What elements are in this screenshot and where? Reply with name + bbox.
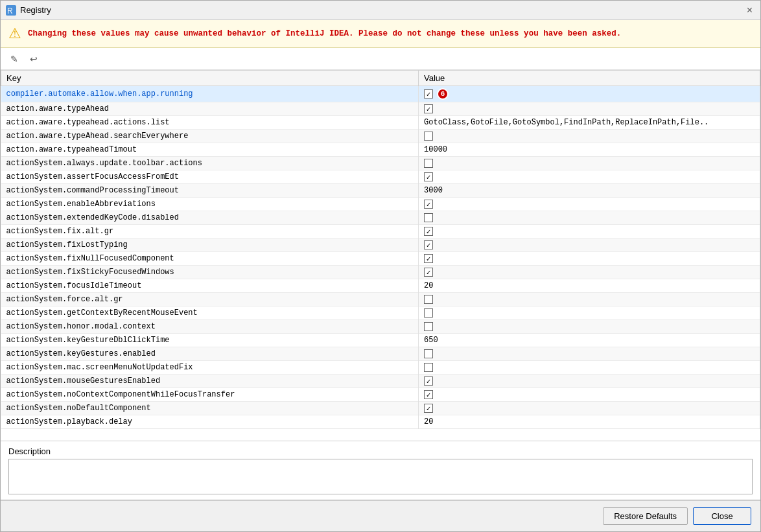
table-row[interactable]: actionSystem.extendedKeyCode.disabled — [1, 211, 760, 225]
checkbox[interactable] — [424, 227, 433, 236]
table-row[interactable]: actionSystem.fixStickyFocusedWindows — [1, 266, 760, 279]
value-cell — [419, 198, 760, 211]
key-cell: actionSystem.fix.alt.gr — [1, 225, 419, 238]
close-dialog-button[interactable]: Close — [693, 507, 751, 525]
value-cell — [419, 388, 760, 402]
close-button[interactable]: × — [744, 5, 755, 16]
revert-button[interactable]: ↩ — [25, 51, 42, 67]
value-cell — [419, 130, 760, 143]
registry-table-container[interactable]: Key Value compiler.automake.allow.when.a… — [1, 70, 760, 441]
table-row[interactable]: actionSystem.keyGestureDblClickTime650 — [1, 334, 760, 347]
registry-icon: R — [6, 5, 16, 16]
checkbox[interactable] — [424, 376, 433, 386]
checkbox[interactable] — [424, 240, 433, 249]
table-row[interactable]: actionSystem.always.update.toolbar.actio… — [1, 157, 760, 170]
value-cell — [419, 170, 760, 184]
warning-text: Changing these values may cause unwanted… — [28, 29, 621, 38]
table-row[interactable]: actionSystem.noContextComponentWhileFocu… — [1, 388, 760, 402]
table-row[interactable]: action.aware.typeahead.actions.listGotoC… — [1, 116, 760, 130]
table-row[interactable]: actionSystem.commandProcessingTimeout300… — [1, 184, 760, 198]
title-bar: R Registry × — [1, 1, 760, 20]
registry-table: Key Value compiler.automake.allow.when.a… — [1, 70, 760, 429]
value-cell — [419, 375, 760, 388]
value-text: 650 — [424, 336, 438, 345]
table-row[interactable]: actionSystem.enableAbbreviations — [1, 198, 760, 211]
value-cell — [419, 252, 760, 266]
key-cell: actionSystem.honor.modal.context — [1, 320, 419, 334]
table-row[interactable]: actionSystem.focusIdleTimeout20 — [1, 279, 760, 293]
checkbox[interactable] — [424, 200, 433, 209]
key-cell: actionSystem.noDefaultComponent — [1, 402, 419, 415]
badge: 6 — [437, 88, 449, 100]
value-cell: 650 — [419, 334, 760, 347]
checkbox[interactable] — [424, 363, 433, 372]
checkbox[interactable] — [424, 390, 433, 399]
value-cell — [419, 402, 760, 415]
table-row[interactable]: actionSystem.noDefaultComponent — [1, 402, 760, 415]
col-value-header: Value — [419, 71, 760, 86]
table-row[interactable]: actionSystem.assertFocusAccessFromEdt — [1, 170, 760, 184]
table-row[interactable]: actionSystem.honor.modal.context — [1, 320, 760, 334]
table-row[interactable]: actionSystem.force.alt.gr — [1, 293, 760, 306]
warning-bar: ⚠ Changing these values may cause unwant… — [1, 20, 760, 48]
value-cell — [419, 211, 760, 225]
key-cell: actionSystem.extendedKeyCode.disabled — [1, 211, 419, 225]
key-cell: actionSystem.assertFocusAccessFromEdt — [1, 170, 419, 184]
key-cell: actionSystem.focusIdleTimeout — [1, 279, 419, 293]
checkbox[interactable] — [424, 104, 433, 113]
key-cell: actionSystem.getContextByRecentMouseEven… — [1, 306, 419, 320]
checkbox[interactable] — [424, 159, 433, 168]
value-cell — [419, 157, 760, 170]
key-cell: actionSystem.fixLostTyping — [1, 238, 419, 252]
key-cell: action.aware.typeahead.actions.list — [1, 116, 419, 130]
value-text: 10000 — [424, 145, 447, 154]
button-bar: Restore Defaults Close — [1, 500, 760, 531]
checkbox[interactable] — [424, 404, 433, 413]
key-cell: actionSystem.playback.delay — [1, 415, 419, 429]
checkbox[interactable] — [424, 132, 433, 141]
key-link[interactable]: compiler.automake.allow.when.app.running — [6, 89, 193, 98]
value-cell: 10000 — [419, 143, 760, 157]
key-cell: action.aware.typeaheadTimout — [1, 143, 419, 157]
svg-text:R: R — [7, 6, 13, 16]
restore-defaults-button[interactable]: Restore Defaults — [603, 507, 688, 525]
checkbox[interactable] — [424, 349, 433, 358]
key-cell: actionSystem.force.alt.gr — [1, 293, 419, 306]
table-row[interactable]: actionSystem.getContextByRecentMouseEven… — [1, 306, 760, 320]
table-row[interactable]: actionSystem.mouseGesturesEnabled — [1, 375, 760, 388]
registry-dialog: R Registry × ⚠ Changing these values may… — [0, 0, 761, 532]
value-text: 3000 — [424, 186, 443, 195]
table-row[interactable]: actionSystem.playback.delay20 — [1, 415, 760, 429]
value-cell — [419, 238, 760, 252]
edit-button[interactable]: ✎ — [6, 51, 23, 67]
revert-icon: ↩ — [30, 54, 38, 64]
checkbox[interactable] — [424, 89, 433, 98]
table-row[interactable]: actionSystem.mac.screenMenuNotUpdatedFix — [1, 361, 760, 375]
edit-icon: ✎ — [10, 54, 18, 64]
key-cell: action.aware.typeAhead — [1, 102, 419, 116]
key-cell: actionSystem.keyGestures.enabled — [1, 347, 419, 361]
value-cell — [419, 347, 760, 361]
table-row[interactable]: compiler.automake.allow.when.app.running… — [1, 86, 760, 102]
checkbox[interactable] — [424, 268, 433, 277]
checkbox[interactable] — [424, 322, 433, 331]
table-row[interactable]: actionSystem.fixNullFocusedComponent — [1, 252, 760, 266]
table-row[interactable]: actionSystem.fixLostTyping — [1, 238, 760, 252]
key-cell: actionSystem.mouseGesturesEnabled — [1, 375, 419, 388]
table-row[interactable]: actionSystem.fix.alt.gr — [1, 225, 760, 238]
table-row[interactable]: action.aware.typeaheadTimout10000 — [1, 143, 760, 157]
key-cell: actionSystem.fixStickyFocusedWindows — [1, 266, 419, 279]
col-key-header: Key — [1, 71, 419, 86]
table-row[interactable]: actionSystem.keyGestures.enabled — [1, 347, 760, 361]
checkbox[interactable] — [424, 308, 433, 318]
key-cell: actionSystem.keyGestureDblClickTime — [1, 334, 419, 347]
checkbox[interactable] — [424, 295, 433, 304]
key-cell: actionSystem.mac.screenMenuNotUpdatedFix — [1, 361, 419, 375]
value-text: 20 — [424, 417, 433, 426]
toolbar: ✎ ↩ — [1, 48, 760, 70]
table-row[interactable]: action.aware.typeAhead — [1, 102, 760, 116]
checkbox[interactable] — [424, 172, 433, 181]
table-row[interactable]: action.aware.typeAhead.searchEverywhere — [1, 130, 760, 143]
checkbox[interactable] — [424, 254, 433, 263]
checkbox[interactable] — [424, 213, 433, 222]
